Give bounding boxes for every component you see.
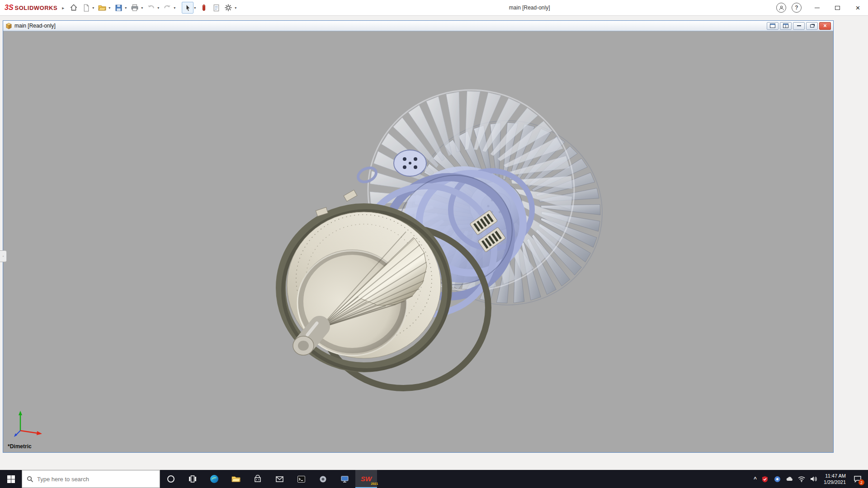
undo-button[interactable]: [145, 2, 157, 14]
home-icon: [70, 4, 78, 12]
dropdown-caret[interactable]: ▾: [194, 6, 196, 10]
task-view-button[interactable]: [182, 470, 203, 488]
display-pane-right-button[interactable]: [780, 22, 792, 30]
store-bag-icon: [254, 475, 262, 483]
edge-icon: [210, 474, 219, 483]
pane-window-icon: [770, 23, 775, 28]
report-document-icon: [212, 4, 220, 12]
store-app-button[interactable]: [247, 470, 269, 488]
print-icon: [131, 4, 139, 12]
save-floppy-icon: [115, 4, 123, 12]
dropdown-caret[interactable]: ▾: [92, 6, 94, 10]
view-orientation-label: *Dimetric: [8, 443, 32, 450]
file-explorer-icon: [231, 474, 241, 483]
open-folder-icon: [98, 4, 106, 12]
action-center-button[interactable]: 2: [852, 473, 863, 485]
file-explorer-button[interactable]: [225, 470, 247, 488]
terminal-icon: [297, 475, 306, 483]
close-icon: ×: [856, 4, 860, 12]
sw-year-badge: 2021: [371, 482, 378, 485]
app-titlebar[interactable]: 3S SOLIDWORKS ▸ ▾ ▾ ▾ ▾ ▾: [0, 0, 868, 16]
cortana-button[interactable]: [160, 470, 182, 488]
select-tool-button[interactable]: [182, 2, 193, 14]
doc-minimize-button[interactable]: [793, 22, 805, 30]
doc-close-button[interactable]: ×: [819, 22, 831, 30]
design-report-button[interactable]: [210, 2, 222, 14]
titlebar-right-controls: ? ×: [776, 0, 868, 15]
view-triad[interactable]: [13, 407, 47, 440]
instant3d-button[interactable]: [198, 2, 210, 14]
display-monitor-icon: [340, 475, 349, 483]
onedrive-cloud-icon[interactable]: [785, 475, 793, 483]
maximize-button[interactable]: [827, 0, 848, 16]
minimize-icon: [815, 8, 820, 8]
edge-app-button[interactable]: [203, 470, 225, 488]
select-cursor-icon: [184, 4, 192, 12]
redo-button[interactable]: [161, 2, 173, 14]
windows-logo-icon: [7, 475, 15, 483]
search-icon: [27, 476, 33, 483]
print-button[interactable]: [129, 2, 141, 14]
document-window-controls: ×: [767, 22, 831, 30]
document-title: main [Read-only]: [14, 23, 56, 29]
display-app-button[interactable]: [334, 470, 355, 488]
mail-app-button[interactable]: [269, 470, 290, 488]
options-button[interactable]: [222, 2, 234, 14]
red-capsule-icon: [200, 4, 208, 11]
pane-window-split-icon: [783, 23, 788, 28]
notification-badge: 2: [859, 479, 864, 485]
tray-expand-chevron[interactable]: ^: [754, 476, 757, 482]
panel-flyout-tab[interactable]: ◦: [0, 250, 7, 262]
new-document-icon: [82, 4, 90, 12]
task-view-icon: [189, 475, 197, 483]
gear-app-icon: [319, 475, 327, 483]
taskbar-search[interactable]: [22, 470, 160, 488]
volume-icon[interactable]: [810, 475, 818, 483]
maximize-icon: [835, 6, 840, 10]
save-button[interactable]: [113, 2, 124, 14]
dropdown-caret[interactable]: ▾: [108, 6, 110, 10]
start-button[interactable]: [0, 470, 22, 488]
app-window-title: main [Read-only]: [509, 5, 550, 11]
dropdown-caret[interactable]: ▾: [125, 6, 127, 10]
search-input[interactable]: [37, 476, 141, 483]
document-titlebar[interactable]: main [Read-only] ×: [3, 21, 833, 31]
engine-model[interactable]: [3, 31, 833, 452]
viewport-3d[interactable]: *Dimetric: [3, 31, 833, 452]
taskbar-clock[interactable]: 11:47 AM 1/29/2021: [822, 473, 848, 485]
new-document-button[interactable]: [80, 2, 92, 14]
clock-date: 1/29/2021: [824, 479, 846, 485]
display-pane-left-button[interactable]: [767, 22, 778, 30]
solidworks-taskbar-button[interactable]: SW2021: [355, 470, 377, 488]
redo-icon: [163, 4, 171, 12]
gear-icon: [224, 4, 232, 12]
home-button[interactable]: [68, 2, 80, 14]
close-button[interactable]: ×: [848, 0, 868, 16]
dropdown-caret[interactable]: ▾: [174, 6, 175, 10]
teams-icon[interactable]: [773, 475, 781, 483]
help-icon[interactable]: ?: [792, 3, 802, 13]
person-icon: [778, 5, 784, 11]
solidworks-logo: 3S SOLIDWORKS: [5, 4, 57, 12]
assembly-cube-icon: [5, 23, 12, 29]
dropdown-caret[interactable]: ▾: [157, 6, 159, 10]
brand-mark-icon: 3S: [5, 4, 14, 12]
workspace: ◦ main [Read-only]: [0, 16, 868, 470]
open-button[interactable]: [96, 2, 108, 14]
account-icon[interactable]: [776, 3, 786, 13]
screen: 3S SOLIDWORKS ▸ ▾ ▾ ▾ ▾ ▾: [0, 0, 868, 488]
network-wifi-icon[interactable]: [797, 475, 806, 483]
toolbar-expander-arrow[interactable]: ▸: [62, 5, 64, 10]
terminal-app-button[interactable]: [290, 470, 312, 488]
minimize-button[interactable]: [807, 0, 827, 16]
document-window: main [Read-only] ×: [3, 20, 834, 453]
taskbar: SW2021 ^ 11:47 AM 1/29/2021: [0, 470, 868, 488]
solidworks-app-icon: SW2021: [361, 475, 372, 483]
dropdown-caret[interactable]: ▾: [235, 6, 236, 10]
dropdown-caret[interactable]: ▾: [141, 6, 143, 10]
settings-gear-app-button[interactable]: [312, 470, 334, 488]
doc-restore-icon: [810, 24, 814, 28]
clock-time: 11:47 AM: [825, 473, 846, 479]
doc-restore-button[interactable]: [806, 22, 818, 30]
security-shield-icon[interactable]: [761, 475, 769, 483]
